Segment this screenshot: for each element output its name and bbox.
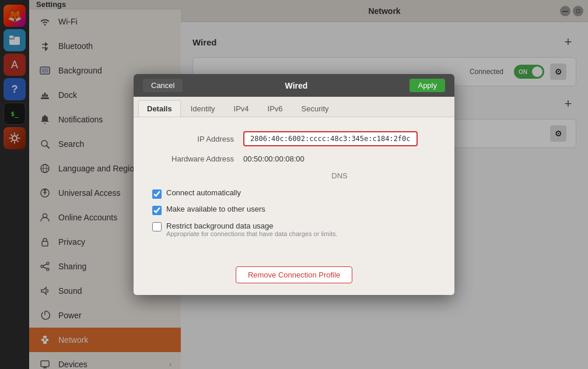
modal-tabs: Details Identity IPv4 IPv6 Security [134,97,454,117]
tab-details[interactable]: Details [138,100,181,117]
remove-connection-button[interactable]: Remove Connection Profile [236,266,352,283]
tab-ipv4[interactable]: IPv4 [225,100,258,117]
modal-title: Wired [285,81,308,90]
hardware-address-label: Hardware Address [152,154,234,163]
connect-auto-label[interactable]: Connect automatically [166,188,241,197]
make-available-label[interactable]: Make available to other users [166,205,265,213]
connect-auto-row: Connect automatically [152,188,436,199]
modal-overlay: Cancel Wired Apply Details Identity IPv4… [0,0,588,369]
modal-body: IP Address 2806:40c:6002:cccc:48c3:345e:… [134,117,454,257]
connect-auto-checkbox[interactable] [152,189,162,199]
tab-security[interactable]: Security [293,100,338,117]
make-available-row: Make available to other users [152,205,436,215]
cancel-button[interactable]: Cancel [143,79,183,92]
restrict-bg-label[interactable]: Restrict background data usage Appropria… [166,221,338,237]
hardware-address-row: Hardware Address 00:50:00:00:08:00 [152,154,436,163]
restrict-bg-checkbox[interactable] [152,222,162,231]
wired-modal: Cancel Wired Apply Details Identity IPv4… [134,74,454,295]
ip-address-value: 2806:40c:6002:cccc:48c3:345e:c184:2f0c [243,131,418,146]
restrict-bg-row: Restrict background data usage Appropria… [152,221,436,237]
ip-address-label: IP Address [152,135,234,143]
apply-button[interactable]: Apply [410,79,445,92]
modal-footer: Remove Connection Profile [134,257,454,295]
dns-label: DNS [152,171,436,180]
modal-titlebar: Cancel Wired Apply [134,74,454,97]
ip-address-row: IP Address 2806:40c:6002:cccc:48c3:345e:… [152,131,436,146]
tab-identity[interactable]: Identity [182,100,224,117]
make-available-checkbox[interactable] [152,206,162,215]
tab-ipv6[interactable]: IPv6 [259,100,292,117]
hardware-address-value: 00:50:00:00:08:00 [243,154,304,163]
